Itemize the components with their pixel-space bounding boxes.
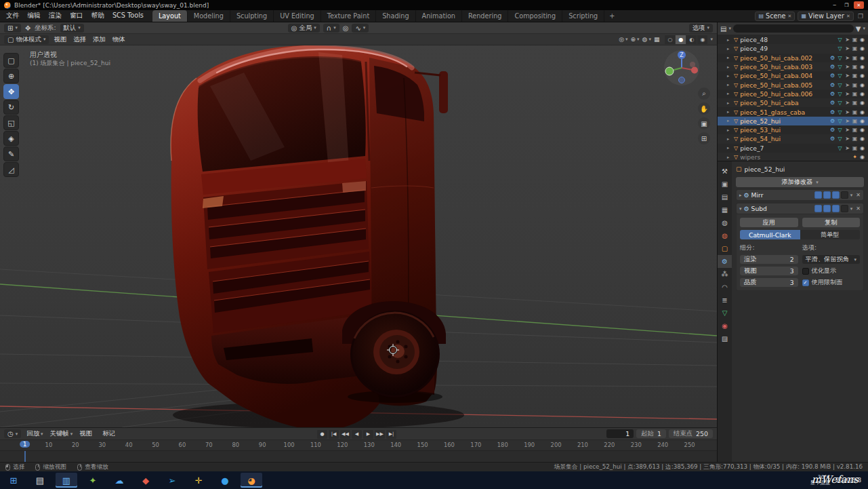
transform-orientation-dropdown[interactable]: ◎ 全局 ▾: [288, 24, 320, 33]
viewport-menu-item[interactable]: 选择: [73, 35, 86, 44]
restrict-select-icon[interactable]: ➤: [844, 100, 851, 106]
transport-button[interactable]: ▶: [363, 430, 373, 439]
editmode-display-toggle[interactable]: [814, 191, 822, 199]
realtime-display-toggle[interactable]: [823, 191, 831, 199]
transport-button[interactable]: |◀: [329, 430, 339, 439]
shading-mode-button[interactable]: ●: [676, 35, 686, 44]
tool-button[interactable]: ▢: [3, 53, 19, 68]
properties-tab[interactable]: ▣: [718, 178, 732, 191]
minimize-button[interactable]: ─: [829, 1, 840, 9]
render-levels-field[interactable]: 渲染 2: [740, 255, 798, 264]
properties-tab[interactable]: ▽: [718, 307, 732, 319]
expand-icon[interactable]: ▸: [727, 145, 732, 151]
truck-model[interactable]: [171, 45, 448, 427]
taskbar-icon[interactable]: ⊞: [3, 473, 24, 488]
expand-icon[interactable]: ▸: [727, 73, 732, 79]
expand-icon[interactable]: ▾: [739, 206, 742, 212]
render-display-toggle[interactable]: [832, 191, 840, 199]
restrict-select-icon[interactable]: ➤: [844, 136, 851, 142]
extras-dropdown-icon[interactable]: ▾: [850, 193, 853, 198]
restrict-render-icon[interactable]: ▣: [851, 127, 859, 133]
outliner-row[interactable]: ▸ ▽ piece_50_hui_caba.006 ⚙ ▽ ✦ ➤ ▣ ◉: [718, 90, 868, 98]
realtime-display-toggle[interactable]: [823, 205, 831, 212]
render-display-toggle[interactable]: [832, 205, 840, 212]
restrict-render-icon[interactable]: ▣: [851, 64, 859, 70]
properties-tab[interactable]: ⁂: [718, 268, 732, 281]
expand-icon[interactable]: ▸: [739, 193, 742, 198]
restrict-render-icon[interactable]: ▣: [851, 118, 859, 124]
restrict-select-icon[interactable]: ➤: [844, 55, 851, 61]
object-name[interactable]: piece_50_hui_caba: [740, 99, 827, 106]
restrict-render-icon[interactable]: ▣: [851, 73, 859, 79]
shading-mode-button[interactable]: ○: [665, 35, 675, 44]
gizmos-toggle[interactable]: ⊕ ▾: [631, 36, 640, 43]
modifier-mirror-header[interactable]: ▸ ⚙ Mirr ▾ ✕: [736, 189, 864, 201]
object-name[interactable]: piece_54_hui: [740, 135, 827, 142]
transport-button[interactable]: ◀: [352, 430, 362, 439]
hide-viewport-icon[interactable]: ◉: [859, 145, 866, 151]
close-button[interactable]: ✕: [854, 1, 864, 9]
app-menu-item[interactable]: 渲染: [45, 11, 66, 21]
viewport-levels-field[interactable]: 视图 3: [740, 267, 798, 275]
navigation-gizmo[interactable]: Z: [663, 49, 701, 87]
workspace-tab[interactable]: Texture Paint: [321, 10, 377, 22]
outliner-row[interactable]: ▸ ▽ piece_50_hui_caba.003 ⚙ ▽ ✦ ➤ ▣ ◉: [718, 62, 868, 71]
expand-icon[interactable]: ▸: [727, 100, 732, 106]
xray-toggle[interactable]: ▦: [654, 36, 660, 43]
viewport-menu-item[interactable]: 添加: [93, 35, 106, 44]
remove-modifier-button[interactable]: ✕: [854, 192, 861, 198]
scene-selector[interactable]: ▤ Scene ✕: [755, 12, 795, 21]
viewport-nav-button[interactable]: ⌕: [698, 87, 710, 100]
shading-mode-button[interactable]: ◉: [697, 35, 707, 44]
tool-button[interactable]: ◿: [3, 162, 19, 177]
start-frame-field[interactable]: 起始 1: [636, 429, 666, 438]
transport-button[interactable]: ◀◀: [340, 430, 350, 439]
taskbar-icon[interactable]: ➢: [161, 473, 183, 488]
app-menu-item[interactable]: 文件: [2, 11, 23, 21]
use-limit-surface-checkbox[interactable]: ✓: [802, 279, 809, 286]
end-frame-field[interactable]: 结束点 250: [669, 429, 713, 438]
hide-viewport-icon[interactable]: ◉: [859, 154, 866, 160]
expand-icon[interactable]: ▸: [727, 64, 732, 70]
duplicate-button[interactable]: 复制: [802, 218, 861, 227]
restrict-render-icon[interactable]: ▣: [851, 45, 859, 52]
tool-button[interactable]: ◈: [3, 131, 19, 146]
current-frame-field[interactable]: 1: [606, 429, 634, 438]
properties-tab[interactable]: ▦: [718, 203, 732, 216]
workspace-tab[interactable]: Layout: [152, 10, 188, 22]
editmode-display-toggle[interactable]: [814, 205, 822, 212]
object-visibility-dropdown[interactable]: ◎ ▾: [619, 36, 627, 43]
expand-icon[interactable]: ▸: [727, 91, 732, 96]
outliner-row[interactable]: ▸ ▽ piece_50_hui_caba.005 ⚙ ▽ ✦ ➤ ▣ ◉: [718, 80, 868, 89]
restrict-render-icon[interactable]: ▣: [851, 91, 859, 97]
hide-viewport-icon[interactable]: ◉: [859, 37, 866, 43]
maximize-button[interactable]: ❐: [842, 1, 852, 9]
outliner-row[interactable]: ▸ ▽ wipers ⚙ ▽ ✦ ➤ ▣ ◉: [718, 153, 868, 161]
object-name[interactable]: piece_53_hui: [740, 126, 827, 134]
simple-button[interactable]: 简单型: [800, 230, 861, 239]
transport-button[interactable]: ▶▶: [375, 430, 385, 439]
transport-button[interactable]: ▶|: [386, 430, 396, 439]
hide-viewport-icon[interactable]: ◉: [859, 73, 866, 79]
object-name[interactable]: piece_50_hui_caba.006: [740, 90, 827, 98]
optimal-display-checkbox[interactable]: ✓: [802, 268, 809, 275]
dropdown-icon[interactable]: ▾: [728, 26, 731, 31]
snap-toggle[interactable]: ∩ ▾: [323, 24, 339, 33]
timeline-menu-item[interactable]: 视图 ▾: [79, 429, 96, 438]
restrict-render-icon[interactable]: ▣: [851, 136, 859, 142]
view-layer-selector[interactable]: ▦ View Layer ✕: [798, 12, 854, 21]
outliner-row[interactable]: ▸ ▽ piece_50_hui_caba.004 ⚙ ▽ ✦ ➤ ▣ ◉: [718, 71, 868, 80]
expand-icon[interactable]: ▸: [727, 55, 732, 60]
object-name[interactable]: piece_49: [740, 45, 827, 52]
workspace-tab[interactable]: Compositing: [508, 10, 562, 22]
properties-tab[interactable]: ▨: [718, 332, 732, 345]
outliner-row[interactable]: ▸ ▽ piece_7 ⚙ ▽ ✦ ➤ ▣ ◉: [718, 144, 868, 153]
timeline-menu-item[interactable]: 标记 ▾: [102, 429, 119, 438]
workspace-tab[interactable]: Animation: [416, 10, 462, 22]
viewport-nav-button[interactable]: ⊞: [698, 132, 710, 144]
app-menu-item[interactable]: 编辑: [23, 11, 44, 21]
viewport-nav-button[interactable]: ✋: [698, 102, 710, 115]
properties-tab[interactable]: ≣: [718, 294, 732, 307]
mode-dropdown[interactable]: ▢ 物体模式 ▾: [4, 35, 49, 44]
restrict-select-icon[interactable]: ➤: [844, 64, 851, 70]
